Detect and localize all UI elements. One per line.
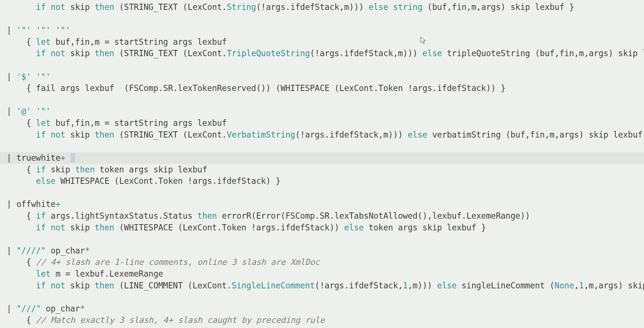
- token-fn: VerbatimString: [227, 130, 295, 139]
- token-plus: *: [85, 246, 90, 255]
- token-id: [51, 25, 55, 35]
- code-line[interactable]: { let buf,fin,m = startString args lexbu…: [0, 117, 644, 129]
- token-id: m = lexbuf.LexemeRange: [51, 269, 163, 278]
- code-line[interactable]: | '@' '"': [0, 106, 644, 117]
- token-str: '"': [36, 25, 51, 35]
- code-line[interactable]: else WHITESPACE (LexCont.Token !args.ifd…: [0, 175, 644, 187]
- token-plus: *: [80, 304, 85, 313]
- token-plus: +: [55, 199, 60, 209]
- token-id: skip: [65, 281, 95, 290]
- token-id: (!args.ifdefStack,m))): [295, 130, 408, 139]
- token-id: [46, 2, 51, 12]
- token-id: skip: [46, 165, 75, 174]
- code-line[interactable]: if not skip then (STRING_TEXT (LexCont.V…: [0, 129, 644, 141]
- token-id: token args skip lexbuf: [95, 165, 207, 174]
- token-kw: else: [344, 223, 364, 232]
- token-id: (STRING_TEXT (LexCont.: [114, 48, 227, 58]
- code-line[interactable]: { // 4+ slash are 1-line comments, onlin…: [0, 256, 644, 268]
- token-id: buf,fin,m = startString args lexbuf: [51, 118, 227, 128]
- token-kw: else: [422, 48, 442, 58]
- token-id: |: [7, 25, 16, 35]
- token-kw: if: [36, 211, 46, 221]
- token-id: |: [7, 246, 16, 255]
- token-id: tripleQuoteString (buf,fin,m,args) skip …: [442, 48, 644, 58]
- code-line[interactable]: if not skip then (STRING_TEXT (LexCont.S…: [0, 1, 644, 13]
- token-id: {: [26, 211, 36, 221]
- token-kw: else: [437, 281, 457, 290]
- code-line[interactable]: | "////" op_char*: [0, 245, 644, 257]
- token-str: '"': [36, 72, 51, 81]
- token-id: | truewhite: [7, 153, 60, 163]
- token-id: [31, 72, 36, 81]
- token-str: '$': [16, 72, 31, 81]
- token-id: errorR(Error(FSComp.SR.lexTabsNotAllowed…: [217, 211, 530, 221]
- code-line[interactable]: [0, 13, 644, 25]
- code-line[interactable]: [0, 94, 644, 106]
- code-line[interactable]: { if skip then token args skip lexbuf: [0, 164, 644, 176]
- token-id: op_char: [41, 304, 80, 313]
- token-kw: else: [369, 2, 388, 12]
- token-id: skip: [65, 48, 95, 58]
- token-id: {: [26, 37, 36, 47]
- token-id: [31, 25, 36, 35]
- token-id: (STRING_TEXT (LexCont.: [114, 130, 227, 139]
- token-kw: not: [51, 130, 65, 139]
- token-kw: else: [36, 176, 55, 186]
- token-id: (!args.ifdefStack,: [315, 281, 403, 290]
- token-com: // Match exactly 3 slash, 4+ slash caugh…: [36, 315, 324, 325]
- token-str: '"': [16, 25, 31, 35]
- token-id: skip: [65, 130, 95, 139]
- token-id: (WHITESPACE (LexCont.Token !args.ifdefSt…: [114, 223, 344, 232]
- token-id: (!args.ifdefStack,m))): [256, 2, 369, 12]
- code-line[interactable]: if not skip then (WHITESPACE (LexCont.To…: [0, 222, 644, 234]
- token-kw: if: [36, 165, 46, 174]
- token-id: {: [26, 118, 36, 128]
- token-kw: not: [51, 281, 65, 290]
- code-line[interactable]: if not skip then (STRING_TEXT (LexCont.T…: [0, 48, 644, 59]
- code-line[interactable]: { let buf,fin,m = startString args lexbu…: [0, 36, 644, 48]
- token-kw: then: [95, 281, 114, 290]
- code-line[interactable]: { // Match exactly 3 slash, 4+ slash cau…: [0, 314, 644, 326]
- token-id: { fail args lexbuf (FSComp.SR.lexTokenRe…: [26, 83, 505, 93]
- code-line[interactable]: | '$' '"': [0, 71, 644, 83]
- token-kw: not: [51, 2, 65, 12]
- code-line[interactable]: | "///" op_char*: [0, 303, 644, 315]
- token-id: singleLineComment (: [457, 281, 555, 290]
- token-kw: let: [36, 269, 51, 278]
- code-line[interactable]: [0, 59, 644, 71]
- token-id: |: [7, 106, 16, 116]
- code-line[interactable]: [0, 187, 644, 199]
- code-line[interactable]: [0, 141, 644, 152]
- code-line[interactable]: { if args.lightSyntaxStatus.Status then …: [0, 210, 644, 222]
- code-line[interactable]: | '"' '"' '"': [0, 25, 644, 36]
- token-fn: SingleLineComment: [232, 281, 315, 290]
- token-id: (LINE_COMMENT (LexCont.: [114, 281, 232, 290]
- token-kw: if: [36, 48, 46, 58]
- code-line[interactable]: [0, 291, 644, 303]
- code-editor[interactable]: if not skip then (STRING_TEXT (LexCont.S…: [0, 0, 644, 328]
- code-line[interactable]: { fail args lexbuf (FSComp.SR.lexTokenRe…: [0, 83, 644, 94]
- token-kw: let: [36, 37, 51, 47]
- token-id: (!args.ifdefStack,m))): [310, 48, 423, 58]
- token-kw: let: [36, 118, 51, 128]
- token-str: '@': [16, 106, 31, 116]
- token-str: '"': [36, 106, 51, 116]
- token-id: [46, 48, 51, 58]
- token-kw: then: [198, 211, 217, 221]
- code-line[interactable]: | offwhite+: [0, 198, 644, 210]
- token-kw: if: [36, 281, 46, 290]
- code-line[interactable]: let m = lexbuf.LexemeRange: [0, 326, 644, 328]
- code-line[interactable]: [0, 233, 644, 245]
- token-str: "///": [16, 304, 41, 313]
- token-kw: string: [393, 2, 422, 12]
- code-line[interactable]: let m = lexbuf.LexemeRange: [0, 268, 644, 280]
- token-id: buf,fin,m = startString args lexbuf: [51, 37, 227, 47]
- code-line[interactable]: | truewhite+: [0, 152, 644, 164]
- token-id: {: [26, 165, 36, 174]
- token-id: | offwhite: [7, 199, 55, 209]
- token-num: 1: [579, 281, 584, 290]
- token-kw: else: [408, 130, 427, 139]
- token-id: WHITESPACE (LexCont.Token !args.ifdefSta…: [55, 176, 280, 186]
- token-id: [31, 106, 36, 116]
- code-line[interactable]: if not skip then (LINE_COMMENT (LexCont.…: [0, 280, 644, 292]
